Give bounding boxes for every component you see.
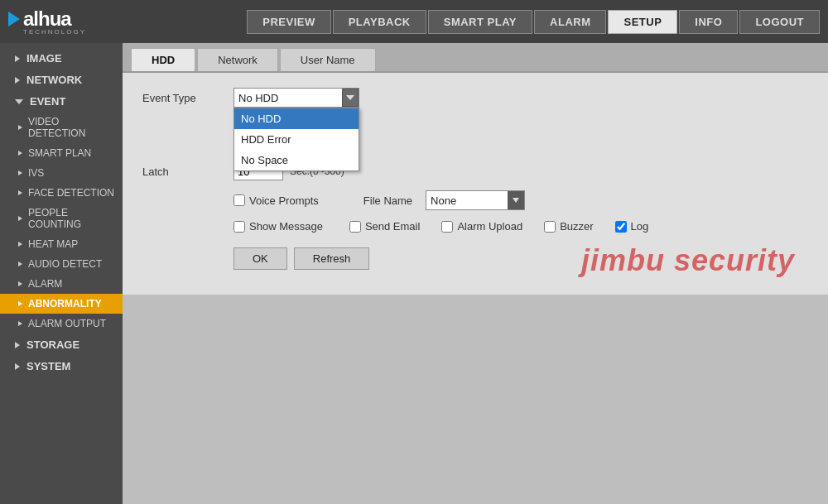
ok-button[interactable]: OK	[233, 247, 287, 270]
sidebar-sub-label: AUDIO DETECT	[28, 258, 102, 270]
sidebar-sub-label: ALARM	[28, 278, 62, 290]
tab-network[interactable]: Network	[197, 48, 278, 71]
tab-hdd[interactable]: HDD	[131, 48, 195, 71]
sidebar-sub-people-counting[interactable]: PEOPLE COUNTING	[0, 203, 123, 234]
dropdown-item-no-space[interactable]: No Space	[234, 150, 359, 170]
sidebar-label-storage: STORAGE	[26, 338, 79, 351]
layout: IMAGE NETWORK EVENT VIDEO DETECTION SMAR…	[0, 43, 828, 504]
buzzer-checkbox[interactable]	[544, 221, 556, 233]
show-message-checkbox[interactable]	[233, 221, 245, 233]
nav-logout[interactable]: LOGOUT	[739, 10, 820, 34]
sidebar-sub-label: SMART PLAN	[28, 147, 91, 159]
tab-bar: HDD Network User Name	[123, 43, 828, 73]
event-type-label: Event Type	[142, 92, 233, 104]
buttons-row: OK Refresh	[142, 247, 808, 270]
log-checkbox[interactable]	[615, 221, 627, 233]
event-type-value: No HDD	[234, 92, 341, 104]
form-area: Event Type No HDD No HDD HDD Error No Sp…	[123, 73, 828, 295]
latch-label: Latch	[142, 166, 233, 178]
nav-preview[interactable]: PREVIEW	[247, 10, 330, 34]
sidebar-sub-audio-detect[interactable]: AUDIO DETECT	[0, 254, 123, 274]
sidebar-sub-label: ABNORMALITY	[28, 298, 102, 310]
event-type-select-wrapper: No HDD No HDD HDD Error No Space	[233, 88, 359, 108]
sidebar-sub-label: PEOPLE COUNTING	[28, 207, 118, 230]
event-type-dropdown-arrow[interactable]	[342, 89, 359, 107]
sidebar-sub-heat-map[interactable]: HEAT MAP	[0, 234, 123, 254]
sidebar-sub-label: HEAT MAP	[28, 238, 78, 250]
sidebar-sub-ivs[interactable]: IVS	[0, 163, 123, 183]
voice-prompts-row: Voice Prompts File Name None	[142, 190, 808, 210]
logo-subtitle: TECHNOLOGY	[23, 28, 86, 36]
event-type-select[interactable]: No HDD	[233, 88, 359, 108]
arrow-icon	[15, 55, 20, 62]
nav-playback[interactable]: PLAYBACK	[333, 10, 426, 34]
sidebar-sub-alarm-output[interactable]: ALARM OUTPUT	[0, 314, 123, 334]
sidebar-sub-smart-plan[interactable]: SMART PLAN	[0, 143, 123, 163]
buzzer-checkbox-label[interactable]: Buzzer	[544, 220, 593, 233]
log-checkbox-label[interactable]: Log	[615, 220, 649, 233]
sidebar-sub-label: IVS	[28, 167, 44, 179]
sidebar-sub-alarm[interactable]: ALARM	[0, 274, 123, 294]
alarm-upload-text: Alarm Upload	[457, 220, 522, 233]
tab-user-name[interactable]: User Name	[280, 48, 376, 71]
main-content: HDD Network User Name Event Type No HDD	[123, 43, 828, 504]
sub-arrow-icon	[18, 321, 22, 326]
logo: alhua TECHNOLOGY	[8, 7, 131, 36]
voice-prompts-control: Voice Prompts File Name None	[233, 190, 525, 210]
sub-arrow-icon	[18, 190, 22, 195]
brand-logo: alhua	[8, 7, 71, 31]
arrow-down-icon	[15, 99, 23, 104]
log-text: Log	[631, 220, 649, 233]
nav-setup[interactable]: SETUP	[608, 10, 677, 34]
sidebar-item-system[interactable]: SYSTEM	[0, 355, 123, 377]
event-type-control: No HDD No HDD HDD Error No Space	[233, 88, 359, 108]
nav-info[interactable]: INFO	[679, 10, 738, 34]
sidebar-label-network: NETWORK	[26, 74, 82, 86]
refresh-button[interactable]: Refresh	[294, 247, 370, 270]
send-email-checkbox[interactable]	[349, 221, 361, 233]
buzzer-text: Buzzer	[560, 220, 593, 233]
logo-icon	[8, 12, 20, 26]
sidebar-sub-face-detection[interactable]: FACE DETECTION	[0, 183, 123, 203]
sub-arrow-icon	[18, 216, 22, 221]
sidebar-sub-abnormality[interactable]: ABNORMALITY	[0, 294, 123, 314]
dropdown-item-hdd-error[interactable]: HDD Error	[234, 129, 359, 150]
sidebar-item-event[interactable]: EVENT	[0, 90, 123, 112]
event-type-dropdown-menu: No HDD HDD Error No Space	[233, 108, 359, 171]
sidebar-sub-label: ALARM OUTPUT	[28, 318, 106, 329]
file-name-select[interactable]: None	[426, 190, 525, 210]
sub-arrow-icon	[18, 301, 22, 306]
event-type-row: Event Type No HDD No HDD HDD Error No Sp…	[142, 88, 808, 108]
dropdown-item-no-hdd[interactable]: No HDD	[234, 108, 359, 129]
send-email-text: Send Email	[365, 220, 420, 233]
header: alhua TECHNOLOGY PREVIEW PLAYBACK SMART …	[0, 0, 828, 43]
nav-alarm[interactable]: ALARM	[534, 10, 606, 34]
sidebar-item-image[interactable]: IMAGE	[0, 47, 123, 69]
send-email-checkbox-label[interactable]: Send Email	[349, 220, 420, 233]
sidebar-item-storage[interactable]: STORAGE	[0, 334, 123, 355]
voice-prompts-checkbox[interactable]	[233, 194, 245, 206]
sidebar-label-event: EVENT	[30, 95, 65, 108]
show-message-text: Show Message	[249, 220, 323, 233]
sub-arrow-icon	[18, 170, 22, 175]
nav-smart-play[interactable]: SMART PLAY	[428, 10, 532, 34]
voice-prompts-text: Voice Prompts	[249, 194, 319, 207]
sidebar-sub-video-detection[interactable]: VIDEO DETECTION	[0, 112, 123, 143]
show-message-control: Show Message Send Email Alarm Upload	[233, 220, 648, 233]
file-name-dropdown-arrow[interactable]	[508, 191, 524, 209]
arrow-icon	[15, 342, 20, 348]
file-name-label: File Name	[363, 194, 412, 207]
sidebar-sub-label: VIDEO DETECTION	[28, 116, 118, 139]
voice-prompts-checkbox-label[interactable]: Voice Prompts	[233, 194, 319, 207]
sidebar-item-network[interactable]: NETWORK	[0, 69, 123, 90]
file-name-value: None	[426, 194, 508, 207]
logo-text: alhua	[23, 7, 71, 31]
sub-arrow-icon	[18, 242, 22, 247]
alarm-upload-checkbox[interactable]	[441, 221, 453, 233]
alarm-upload-checkbox-label[interactable]: Alarm Upload	[441, 220, 522, 233]
sub-arrow-icon	[18, 262, 22, 266]
sidebar: IMAGE NETWORK EVENT VIDEO DETECTION SMAR…	[0, 43, 123, 504]
arrow-icon	[15, 77, 20, 84]
sidebar-label-image: IMAGE	[26, 52, 62, 65]
show-message-checkbox-label[interactable]: Show Message	[233, 220, 323, 233]
